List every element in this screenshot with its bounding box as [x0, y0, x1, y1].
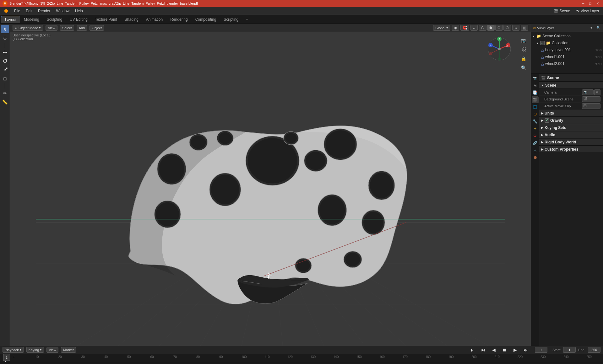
hide-eye-icon-3[interactable]: 👁 [595, 62, 599, 66]
tool-annotate[interactable]: ✏ [1, 89, 9, 97]
wireframe-shading[interactable]: ⬡ [479, 25, 486, 31]
tool-measure[interactable]: 📏 [1, 98, 9, 106]
prop-modifiers-icon[interactable]: 🔧 [532, 118, 539, 125]
pivot-center[interactable]: ◉ [452, 25, 459, 31]
gravity-checkbox[interactable]: ✓ [545, 118, 549, 123]
hide-eye-icon-2[interactable]: 👁 [595, 55, 599, 59]
restrict-icon-2[interactable]: ⊙ [599, 55, 602, 59]
rendered-shading[interactable]: ⬡ [503, 25, 511, 31]
menu-blender[interactable]: 🔶 [1, 8, 11, 14]
overlay-toggle[interactable]: ⊕ [512, 25, 519, 31]
menu-help[interactable]: Help [73, 8, 85, 14]
navigation-gizmo[interactable]: X Y Z [487, 36, 512, 62]
3d-viewport-canvas[interactable] [10, 33, 531, 346]
prop-world-icon[interactable]: 🌐 [532, 104, 539, 110]
jump-end-button[interactable]: ⏭ [522, 346, 530, 354]
restrict-icon[interactable]: ⊙ [599, 48, 602, 52]
viewport-search-btn[interactable]: 🔍 [519, 64, 528, 72]
prop-material-icon[interactable]: ⬢ [532, 154, 539, 161]
title-bar-controls[interactable]: ─ □ ✕ [581, 2, 600, 6]
prop-render-icon[interactable]: 📷 [532, 75, 539, 82]
keying-sets-section-header[interactable]: Keying Sets [539, 124, 603, 131]
viewport[interactable]: ⊙ Object Mode ▾ View Select Add Object G… [10, 24, 531, 346]
tab-sculpting[interactable]: Sculpting [43, 16, 66, 23]
object-menu[interactable]: Object [90, 25, 104, 31]
prop-viewlayer-icon[interactable]: 📑 [532, 89, 539, 96]
custom-properties-section-header[interactable]: Custom Properties [539, 146, 603, 153]
tool-select[interactable] [1, 25, 9, 33]
menu-edit[interactable]: Edit [23, 8, 35, 14]
solid-shading[interactable]: ⬢ [487, 25, 495, 31]
timeline-view-menu[interactable]: View [46, 347, 58, 353]
prop-particles-icon[interactable]: ✦ [532, 125, 539, 132]
marker-menu[interactable]: Marker [61, 347, 76, 353]
prop-output-icon[interactable]: 🖨 [532, 82, 539, 89]
global-transform[interactable]: Global▾ [433, 25, 450, 31]
outliner-filter[interactable]: ▼ [589, 25, 594, 31]
rigid-body-world-section-header[interactable]: Rigid Body World [539, 139, 603, 146]
jump-start-button[interactable]: ⏮ [479, 346, 487, 354]
prop-object-icon[interactable]: ⬡ [532, 111, 539, 118]
tab-texture-paint[interactable]: Texture Paint [91, 16, 121, 23]
viewport-camera-btn[interactable]: 📷 [519, 36, 528, 45]
active-movie-clip-value[interactable]: 🎞 [582, 103, 600, 109]
tab-scripting[interactable]: Scripting [220, 16, 242, 23]
next-frame-button[interactable]: ▶ [511, 346, 519, 354]
menu-render[interactable]: Render [35, 8, 53, 14]
tool-rotate[interactable] [1, 57, 9, 65]
outliner-search[interactable]: 🔍 [595, 25, 601, 31]
visibility-checkbox[interactable]: ✓ [540, 41, 545, 45]
maximize-button[interactable]: □ [588, 2, 593, 6]
prop-constraints-icon[interactable]: 🔗 [532, 140, 539, 147]
tool-scale[interactable] [1, 66, 9, 74]
xray-toggle[interactable]: ◫ [521, 25, 528, 31]
tool-cursor[interactable]: ⊕ [1, 34, 9, 42]
tab-add[interactable]: + [242, 16, 252, 23]
hide-eye-icon[interactable]: 👁 [595, 48, 599, 52]
snap-toggle[interactable]: 🧲 [460, 25, 469, 31]
outliner-wheel2[interactable]: △ wheel2.001 👁 ⊙ [531, 60, 603, 67]
select-menu[interactable]: Select [60, 25, 74, 31]
tab-modeling[interactable]: Modeling [20, 16, 43, 23]
prev-frame-button[interactable]: ◀ [490, 346, 498, 354]
menu-file[interactable]: File [12, 8, 23, 14]
view-menu[interactable]: View [46, 25, 57, 31]
prop-physics-icon[interactable]: ⚙ [532, 132, 539, 139]
menu-window[interactable]: Window [53, 8, 72, 14]
camera-value[interactable]: 📷 [582, 89, 594, 95]
outliner-scene-collection[interactable]: 📁 Scene Collection [531, 33, 603, 40]
end-frame-input[interactable] [588, 347, 600, 353]
add-menu[interactable]: Add [77, 25, 87, 31]
scene-section-header[interactable]: Scene [539, 82, 603, 89]
outliner-body-pivot[interactable]: △ body_pivot.001 👁 ⊙ [531, 46, 603, 53]
camera-edit-btn[interactable]: ✏ [594, 89, 600, 95]
tool-move[interactable] [1, 48, 9, 56]
gravity-section-header[interactable]: ✓ Gravity [539, 117, 603, 124]
playback-menu[interactable]: Playback▾ [3, 347, 24, 353]
restrict-icon-3[interactable]: ⊙ [599, 62, 602, 66]
tab-uv-editing[interactable]: UV Editing [66, 16, 91, 23]
stop-button[interactable]: ⏹ [500, 346, 508, 354]
audio-section-header[interactable]: Audio [539, 131, 603, 138]
viewport-render-btn[interactable]: 🖼 [519, 46, 528, 54]
timeline-strip[interactable]: 1 10 20 30 40 50 60 70 80 90 100 110 120… [0, 354, 603, 362]
units-section-header[interactable]: Units [539, 110, 603, 117]
outliner-wheel1[interactable]: △ wheel1.001 👁 ⊙ [531, 53, 603, 60]
tool-transform[interactable]: ⊞ [1, 75, 9, 83]
view-layer-selector[interactable]: 👁 View Layer [573, 8, 602, 14]
tab-shading[interactable]: Shading [121, 16, 142, 23]
background-scene-value[interactable]: 🎬 [582, 96, 600, 102]
prop-scene-icon[interactable]: 🎬 [532, 96, 539, 103]
play-button[interactable]: ⏵ [468, 346, 476, 354]
mode-selector[interactable]: ⊙ Object Mode ▾ [13, 25, 43, 31]
proportional-edit[interactable]: ⊙ [470, 25, 478, 31]
prop-data-icon[interactable]: △ [532, 147, 539, 154]
tab-layout[interactable]: Layout [1, 16, 20, 23]
scene-selector[interactable]: 🎬 Scene [551, 8, 573, 14]
tab-compositing[interactable]: Compositing [192, 16, 220, 23]
tab-rendering[interactable]: Rendering [166, 16, 191, 23]
keying-menu[interactable]: Keying▾ [26, 347, 44, 353]
close-button[interactable]: ✕ [595, 2, 600, 6]
start-frame-input[interactable] [563, 347, 576, 353]
material-shading[interactable]: ⬡ [495, 25, 503, 31]
